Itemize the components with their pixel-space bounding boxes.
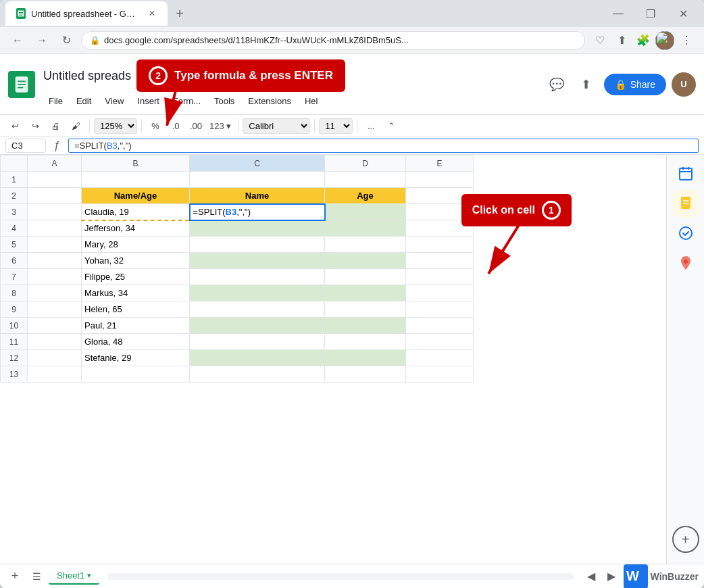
cell-e2[interactable] <box>406 188 474 204</box>
back-button[interactable]: ← <box>8 31 27 50</box>
cell-d8[interactable] <box>325 285 406 301</box>
menu-file[interactable]: File <box>43 93 68 109</box>
cell-e10[interactable] <box>406 318 474 334</box>
cell-a11[interactable] <box>28 334 82 350</box>
cell-b1[interactable] <box>82 172 190 188</box>
cell-a5[interactable] <box>28 237 82 253</box>
cell-a13[interactable] <box>28 366 82 383</box>
cell-c3[interactable]: =SPLIT(B3,",") <box>190 204 325 220</box>
cell-b10[interactable]: Paul, 21 <box>82 318 190 334</box>
cell-a2[interactable] <box>28 188 82 204</box>
grid-scroll[interactable]: Click on cell 1 <box>0 155 666 564</box>
formula-input[interactable]: =SPLIT(B3,",") <box>68 139 699 153</box>
refresh-button[interactable]: ↻ <box>57 31 76 50</box>
cell-d7[interactable] <box>325 269 406 285</box>
cell-c11[interactable] <box>190 334 325 350</box>
cell-reference[interactable]: C3 <box>5 139 46 153</box>
cell-e5[interactable] <box>406 237 474 253</box>
cell-b7[interactable]: Filippe, 25 <box>82 269 190 285</box>
cell-e3[interactable] <box>406 204 474 220</box>
col-header-c[interactable]: C <box>190 155 325 172</box>
col-header-b[interactable]: B <box>82 155 190 172</box>
scroll-right-button[interactable]: ▶ <box>602 567 621 586</box>
cell-c10[interactable] <box>190 318 325 334</box>
cell-d4[interactable] <box>325 220 406 237</box>
paint-format-button[interactable]: 🖌 <box>66 116 85 135</box>
font-select[interactable]: CalibriArialTimes New Roman <box>243 118 310 134</box>
cell-d13[interactable] <box>325 366 406 383</box>
cell-d6[interactable] <box>325 253 406 269</box>
user-avatar[interactable]: U <box>672 72 696 97</box>
cell-a8[interactable] <box>28 285 82 301</box>
active-tab[interactable]: Untitled spreadsheet - Google Sh ✕ <box>5 1 168 26</box>
cell-c2[interactable]: Name <box>190 188 325 204</box>
cell-c8[interactable] <box>190 285 325 301</box>
cell-b12[interactable]: Stefanie, 29 <box>82 350 190 366</box>
cell-d2[interactable]: Age <box>325 188 406 204</box>
cell-e4[interactable] <box>406 220 474 237</box>
cell-e12[interactable] <box>406 350 474 366</box>
menu-insert[interactable]: Insert <box>132 93 165 109</box>
share-button[interactable]: 🔒 Share <box>604 74 666 95</box>
cell-c1[interactable] <box>190 172 325 188</box>
cell-b6[interactable]: Yohan, 32 <box>82 253 190 269</box>
cell-d5[interactable] <box>325 237 406 253</box>
menu-edit[interactable]: Edit <box>71 93 97 109</box>
redo-button[interactable]: ↪ <box>26 116 45 135</box>
close-button[interactable]: ✕ <box>668 1 699 26</box>
cell-d9[interactable] <box>325 301 406 318</box>
maximize-button[interactable]: ❐ <box>635 1 666 26</box>
cell-c12[interactable] <box>190 350 325 366</box>
sidebar-maps-icon[interactable] <box>672 249 699 276</box>
cell-a1[interactable] <box>28 172 82 188</box>
cell-d12[interactable] <box>325 350 406 366</box>
col-header-d[interactable]: D <box>325 155 406 172</box>
col-header-a[interactable]: A <box>28 155 82 172</box>
cell-d1[interactable] <box>325 172 406 188</box>
print-button[interactable]: 🖨 <box>46 116 65 135</box>
chrome-menu-button[interactable]: ⋮ <box>677 31 696 50</box>
cell-d3[interactable] <box>325 204 406 220</box>
cell-e13[interactable] <box>406 366 474 383</box>
cell-d10[interactable] <box>325 318 406 334</box>
sheet-dropdown-icon[interactable]: ▾ <box>87 571 91 580</box>
cell-e9[interactable] <box>406 301 474 318</box>
cell-b4[interactable]: Jefferson, 34 <box>82 220 190 237</box>
extensions-button[interactable]: 🧩 <box>634 31 653 50</box>
url-bar[interactable]: 🔒 docs.google.com/spreadsheets/d/118HmKZ… <box>81 31 585 50</box>
col-header-e[interactable]: E <box>406 155 474 172</box>
cell-c4[interactable] <box>190 220 325 237</box>
minimize-button[interactable]: — <box>603 1 634 26</box>
cell-a4[interactable] <box>28 220 82 237</box>
cell-e8[interactable] <box>406 285 474 301</box>
forward-button[interactable]: → <box>32 31 51 50</box>
menu-view[interactable]: View <box>99 93 129 109</box>
cell-b11[interactable]: Gloria, 48 <box>82 334 190 350</box>
tab-close-button[interactable]: ✕ <box>147 8 157 19</box>
cell-a6[interactable] <box>28 253 82 269</box>
cell-b13[interactable] <box>82 366 190 383</box>
cell-c5[interactable] <box>190 237 325 253</box>
cell-e6[interactable] <box>406 253 474 269</box>
sidebar-calendar-icon[interactable] <box>672 160 699 187</box>
sheet1-tab[interactable]: Sheet1 ▾ <box>49 568 99 585</box>
cell-e11[interactable] <box>406 334 474 350</box>
cell-c7[interactable] <box>190 269 325 285</box>
comments-button[interactable]: 💬 <box>545 72 569 97</box>
scroll-left-button[interactable]: ◀ <box>582 567 601 586</box>
cell-c13[interactable] <box>190 366 325 383</box>
menu-extensions[interactable]: Extensions <box>243 93 297 109</box>
cell-a12[interactable] <box>28 350 82 366</box>
cell-a9[interactable] <box>28 301 82 318</box>
cell-a10[interactable] <box>28 318 82 334</box>
cell-c9[interactable] <box>190 301 325 318</box>
cell-e1[interactable] <box>406 172 474 188</box>
all-sheets-button[interactable]: ☰ <box>27 567 46 586</box>
sidebar-add-button[interactable]: + <box>672 526 699 553</box>
cell-b3[interactable]: Claudia, 19 <box>82 204 190 220</box>
cell-a7[interactable] <box>28 269 82 285</box>
collapse-toolbar-button[interactable]: ⌃ <box>382 116 401 135</box>
cell-e7[interactable] <box>406 269 474 285</box>
more-toolbar-button[interactable]: ... <box>361 116 380 135</box>
profile-avatar[interactable] <box>655 31 674 50</box>
